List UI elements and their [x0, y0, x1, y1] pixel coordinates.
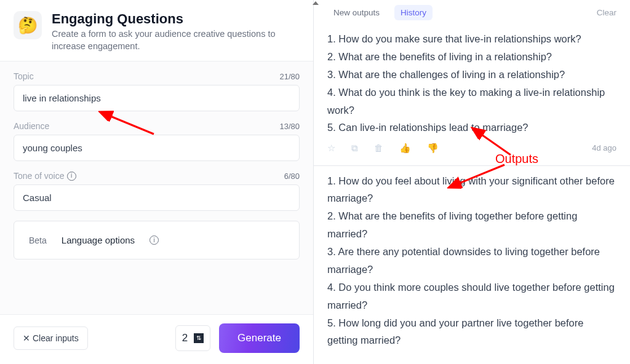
topic-label: Topic	[14, 71, 34, 81]
output-block: 1. How do you make sure that live-in rel…	[314, 24, 630, 166]
page-subtitle: Create a form to ask your audience creat…	[52, 28, 300, 52]
info-icon[interactable]: i	[67, 172, 76, 181]
app-emoji-icon: 🤔	[14, 11, 42, 39]
generate-button[interactable]: Generate	[219, 323, 300, 353]
field-tone: Tone of voice i 6/80	[14, 171, 300, 211]
tab-new-outputs[interactable]: New outputs	[327, 5, 386, 20]
output-line: 4. What do you think is the key to makin…	[327, 84, 616, 119]
annotation-label: Outputs	[495, 152, 538, 166]
output-line: 1. How do you feel about living with you…	[327, 172, 616, 208]
close-icon: ✕	[23, 333, 30, 343]
field-audience: Audience 13/80	[14, 121, 300, 161]
audience-count: 13/80	[279, 122, 300, 131]
outputs-list: 1. How do you make sure that live-in rel…	[314, 24, 630, 364]
header: 🤔 Engaging Questions Create a form to as…	[0, 0, 313, 61]
audience-input[interactable]	[14, 135, 300, 161]
tone-input[interactable]	[14, 184, 300, 211]
thumbs-up-icon[interactable]: 👍	[399, 140, 411, 156]
tab-history[interactable]: History	[394, 5, 433, 20]
audience-label: Audience	[14, 121, 49, 131]
topic-input[interactable]	[14, 85, 300, 111]
quantity-value: 2	[182, 332, 188, 344]
topic-count: 21/80	[279, 72, 300, 81]
output-line: 2. What are the benefits of living toget…	[327, 207, 616, 243]
output-timestamp: 4d ago	[592, 141, 616, 156]
clear-inputs-button[interactable]: ✕ Clear inputs	[14, 326, 88, 350]
stepper-icon[interactable]: ⇅	[194, 333, 204, 343]
output-toolbar: ☆ ⧉ 🗑 👍 👎 4d ago	[327, 136, 616, 157]
copy-icon[interactable]: ⧉	[351, 140, 358, 156]
output-line: 3. What are the challenges of living in …	[327, 66, 616, 84]
clear-outputs-button[interactable]: Clear	[597, 8, 616, 17]
info-icon[interactable]: i	[150, 235, 159, 245]
form-area: Topic 21/80 Audience 13/80 Tone of voice…	[0, 61, 313, 314]
language-options[interactable]: Beta Language options i	[14, 221, 300, 259]
output-line: 1. How do you make sure that live-in rel…	[327, 30, 616, 48]
output-line: 4. Do you think more couples should live…	[327, 279, 616, 314]
output-line: 5. Can live-in relationships lead to mar…	[327, 119, 616, 136]
star-icon[interactable]: ☆	[327, 140, 335, 156]
output-block: 1. How do you feel about living with you…	[314, 166, 630, 357]
language-options-label: Language options	[62, 235, 135, 245]
beta-badge: Beta	[29, 235, 47, 245]
page-title: Engaging Questions	[52, 11, 300, 27]
tone-count: 6/80	[284, 172, 300, 181]
output-line: 3. Are there any potential downsides to …	[327, 243, 616, 279]
output-line: 5. How long did you and your partner liv…	[327, 314, 616, 350]
footer: ✕ Clear inputs 2 ⇅ Generate	[0, 314, 313, 364]
output-line: 2. What are the benefits of living in a …	[327, 48, 616, 66]
tone-label: Tone of voice i	[14, 171, 76, 181]
trash-icon[interactable]: 🗑	[374, 140, 383, 156]
quantity-stepper[interactable]: 2 ⇅	[175, 325, 210, 351]
thumbs-down-icon[interactable]: 👎	[427, 140, 439, 156]
output-tabs: New outputs History Clear	[314, 0, 630, 24]
field-topic: Topic 21/80	[14, 71, 300, 111]
